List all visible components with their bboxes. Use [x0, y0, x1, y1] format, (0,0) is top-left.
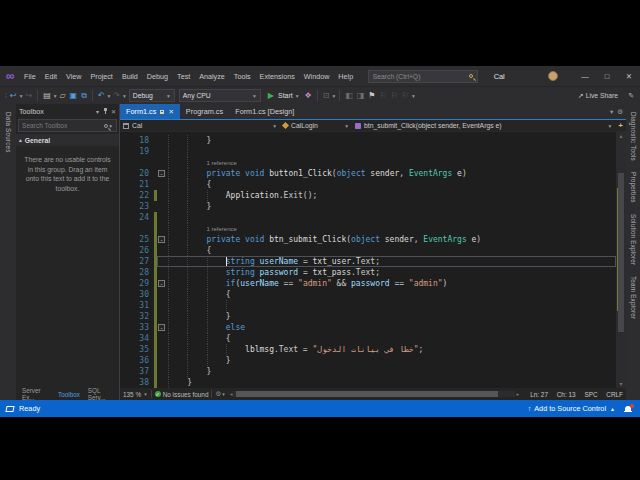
gear-icon[interactable]: ⚙ [617, 108, 623, 116]
menu-test[interactable]: Test [173, 72, 195, 81]
tab-close-icon[interactable]: ✕ [168, 108, 173, 116]
new-project-dropdown-icon[interactable]: ▾ [54, 93, 57, 99]
tab-program-cs[interactable]: Program.cs [180, 104, 229, 119]
codelens-references[interactable]: 1 reference [207, 226, 237, 232]
fold-collapse-icon[interactable]: - [158, 170, 165, 177]
scroll-down-icon[interactable]: ▾ [616, 380, 626, 388]
member-dropdown[interactable]: btn_submit_Click(object sender, EventArg… [352, 120, 615, 131]
side-tab-team-explorer[interactable]: Team Explorer [630, 272, 637, 323]
zoom-level[interactable]: 135 % [123, 391, 141, 398]
line-ending-indicator[interactable]: CRLF [606, 391, 623, 398]
menu-help[interactable]: Help [334, 72, 358, 81]
menu-extensions[interactable]: Extensions [255, 72, 299, 81]
code-line-36[interactable]: 36 } [120, 355, 616, 366]
send-feedback-icon[interactable]: ✎ [628, 92, 634, 100]
spaces-indicator[interactable]: SPC [584, 391, 597, 398]
side-tab-solution-explorer[interactable]: Solution Explorer [630, 210, 637, 269]
notifications-bell-icon[interactable] [625, 406, 631, 411]
side-tab-data-sources[interactable]: Data Sources [5, 108, 12, 157]
code-line-24[interactable]: 24 [120, 212, 616, 223]
preview-changes-icon[interactable]: ⊡ [323, 88, 330, 104]
clear-bookmarks-icon[interactable]: ⚐ [402, 88, 409, 104]
menu-project[interactable]: Project [86, 72, 117, 81]
codelens-row[interactable]: 1 reference [120, 223, 616, 234]
toolbox-close-icon[interactable]: ✕ [111, 108, 116, 115]
code-line-32[interactable]: 32 } [120, 311, 616, 322]
code-line-21[interactable]: 21 { [120, 179, 616, 190]
tab-form1-cs-design[interactable]: Form1.cs [Design] [229, 104, 300, 119]
preview-dropdown-icon[interactable]: ▾ [332, 93, 335, 99]
code-line-29[interactable]: 29- if(userName == "admin" && password =… [120, 278, 616, 289]
health-options-dropdown-icon[interactable]: ▾ [222, 391, 225, 397]
menu-tools[interactable]: Tools [229, 72, 255, 81]
menu-debug[interactable]: Debug [142, 72, 172, 81]
navigate-back-icon[interactable]: ↩ [10, 88, 17, 104]
redo-icon[interactable]: ↷ [113, 88, 120, 104]
code-line-35[interactable]: 35 lblmsg.Text = "خطا في بيانات الدخول"; [120, 344, 616, 355]
vertical-scrollbar[interactable]: ▴ ▾ [616, 132, 626, 388]
avatar[interactable] [548, 71, 558, 81]
source-control-expand-icon[interactable]: ▲ [610, 406, 615, 412]
pin-icon[interactable] [103, 108, 108, 114]
plus-icon[interactable]: + [615, 121, 626, 130]
type-dropdown[interactable]: CalLogin ▾ [280, 120, 352, 131]
code-line-22[interactable]: 22 Application.Exit(); [120, 190, 616, 201]
toolbox-options-icon[interactable]: ▾ [96, 108, 99, 115]
undo-dropdown-icon[interactable]: ▾ [108, 93, 111, 99]
scrollbar-thumb[interactable] [618, 173, 624, 332]
save-all-icon[interactable]: ⧉ [81, 88, 87, 104]
close-button[interactable]: ✕ [618, 72, 640, 81]
attach-to-process-icon[interactable]: ❖ [305, 88, 312, 104]
scroll-right-icon[interactable]: ▸ [515, 391, 520, 397]
add-to-source-control-button[interactable]: Add to Source Control [534, 404, 606, 413]
navigate-back-dropdown-icon[interactable]: ▾ [20, 93, 23, 99]
health-options-icon[interactable]: ⚙ [215, 390, 221, 398]
menu-view[interactable]: View [62, 72, 86, 81]
side-tab-diagnostic-tools[interactable]: Diagnostic Tools [630, 108, 637, 165]
solution-configuration-dropdown[interactable]: Debug ▾ [129, 89, 175, 102]
fold-collapse-icon[interactable]: - [158, 324, 165, 331]
toolbar-grip[interactable]: ⁞ [5, 92, 6, 99]
minimize-button[interactable]: — [574, 72, 596, 81]
horizontal-scrollbar[interactable]: ◂ ▸ [229, 391, 520, 397]
panel-tab-toolbox[interactable]: Toolbox [54, 391, 84, 398]
navigate-forward-icon[interactable]: ↪ [25, 88, 32, 104]
code-line-25[interactable]: 25- private void btn_submit_Click(object… [120, 234, 616, 245]
code-line-26[interactable]: 26 { [120, 245, 616, 256]
save-icon[interactable]: ▣ [70, 88, 78, 104]
code-line-18[interactable]: 18 } [120, 135, 616, 146]
code-line-20[interactable]: 20- private void button1_Click(object se… [120, 168, 616, 179]
project-dropdown[interactable]: Cal ▾ [120, 120, 280, 131]
fold-collapse-icon[interactable]: - [158, 280, 165, 287]
side-tab-properties[interactable]: Properties [630, 168, 637, 207]
scroll-up-icon[interactable]: ▴ [616, 132, 626, 140]
code-line-37[interactable]: 37 } [120, 366, 616, 377]
code-line-31[interactable]: 31 [120, 300, 616, 311]
code-line-30[interactable]: 30 { [120, 289, 616, 300]
code-line-33[interactable]: 33- else [120, 322, 616, 333]
health-status[interactable]: No issues found [163, 391, 209, 398]
toolbox-search-input[interactable]: Search Toolbox ▾ [18, 119, 117, 132]
menu-analyze[interactable]: Analyze [195, 72, 230, 81]
toolbox-section-general[interactable]: ▴ General [16, 134, 119, 146]
start-debugging-button[interactable]: ▶ Start ▾ [266, 88, 300, 104]
redo-dropdown-icon[interactable]: ▾ [123, 93, 126, 99]
undo-icon[interactable]: ↶ [98, 88, 105, 104]
active-files-dropdown-icon[interactable]: ▾ [610, 108, 613, 116]
panel-tab-sql-serv[interactable]: SQL Serv... [84, 387, 119, 401]
code-line-23[interactable]: 23 } [120, 201, 616, 212]
hscrollbar-thumb[interactable] [236, 391, 498, 397]
menu-edit[interactable]: Edit [40, 72, 61, 81]
solution-platform-dropdown[interactable]: Any CPU ▾ [179, 89, 261, 102]
menu-build[interactable]: Build [117, 72, 142, 81]
view-designer-icon[interactable]: ◨ [357, 88, 365, 104]
menu-file[interactable]: File [20, 72, 41, 81]
code-line-27[interactable]: 27 string userName = txt_user.Text; [120, 256, 616, 267]
next-bookmark-icon[interactable]: ⚐ [391, 88, 398, 104]
pin-icon[interactable] [160, 110, 164, 114]
code-line-19[interactable]: 19 [120, 146, 616, 157]
panel-tab-server-ex[interactable]: Server Ex... [18, 387, 54, 401]
view-code-icon[interactable]: ◧ [345, 88, 353, 104]
code-line-28[interactable]: 28 string password = txt_pass.Text; [120, 267, 616, 278]
live-share-button[interactable]: Live Share [586, 92, 619, 99]
